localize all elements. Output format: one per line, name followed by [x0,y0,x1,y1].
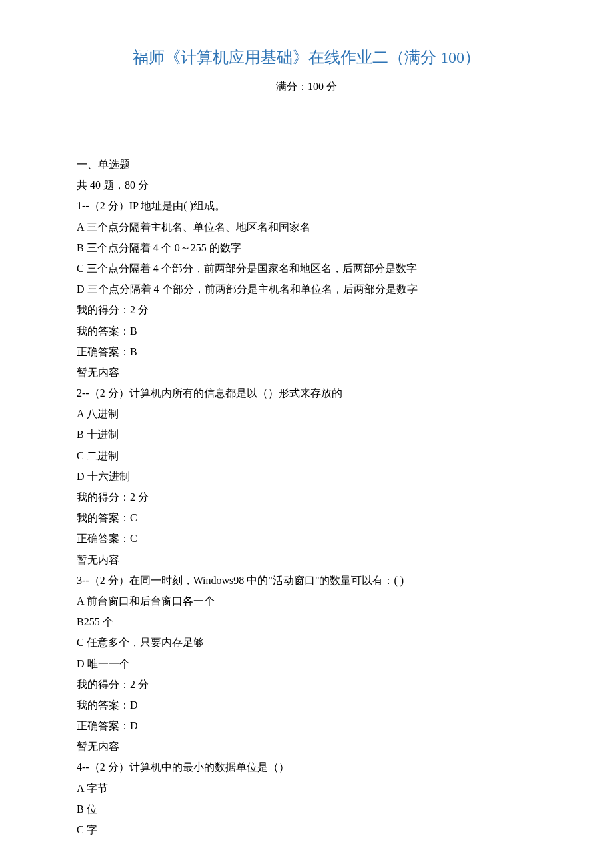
question-stem: 2--（2 分）计算机内所有的信息都是以（）形式来存放的 [77,383,536,403]
question-option: C 二进制 [77,445,536,466]
question-option: B 十进制 [77,424,536,445]
question-option: B255 个 [77,611,536,632]
question-option: C 字 [77,819,536,840]
correct-answer: 正确答案：B [77,341,536,362]
question-option: A 八进制 [77,403,536,424]
document-title: 福师《计算机应用基础》在线作业二（满分 100） [77,47,536,68]
question-option: C 任意多个，只要内存足够 [77,632,536,653]
section-info: 共 40 题，80 分 [77,175,536,195]
question-stem: 1--（2 分）IP 地址是由( )组成。 [77,195,536,216]
my-answer: 我的答案：C [77,507,536,528]
question-option: D 唯一一个 [77,653,536,674]
my-score: 我的得分：2 分 [77,674,536,695]
my-answer: 我的答案：D [77,695,536,715]
note: 暂无内容 [77,549,536,570]
question-option: A 字节 [77,778,536,799]
question-option: A 三个点分隔着主机名、单位名、地区名和国家名 [77,217,536,237]
question-option: D 三个点分隔着 4 个部分，前两部分是主机名和单位名，后两部分是数字 [77,279,536,299]
note: 暂无内容 [77,736,536,757]
my-score: 我的得分：2 分 [77,299,536,320]
question-option: D 十六进制 [77,466,536,487]
note: 暂无内容 [77,362,536,383]
section-heading: 一、单选题 [77,154,536,175]
question-stem: 3--（2 分）在同一时刻，Windows98 中的"活动窗口"的数量可以有：(… [77,570,536,591]
my-answer: 我的答案：B [77,321,536,341]
question-option: B 位 [77,799,536,819]
question-option: C 三个点分隔着 4 个部分，前两部分是国家名和地区名，后两部分是数字 [77,258,536,279]
question-option: B 三个点分隔着 4 个 0～255 的数字 [77,237,536,258]
document-page: 福师《计算机应用基础》在线作业二（满分 100） 满分：100 分 一、单选题 … [0,0,613,868]
question-stem: 4--（2 分）计算机中的最小的数据单位是（） [77,757,536,777]
question-option: A 前台窗口和后台窗口各一个 [77,591,536,611]
correct-answer: 正确答案：D [77,715,536,736]
correct-answer: 正确答案：C [77,528,536,549]
document-subtitle: 满分：100 分 [77,80,536,94]
my-score: 我的得分：2 分 [77,487,536,507]
